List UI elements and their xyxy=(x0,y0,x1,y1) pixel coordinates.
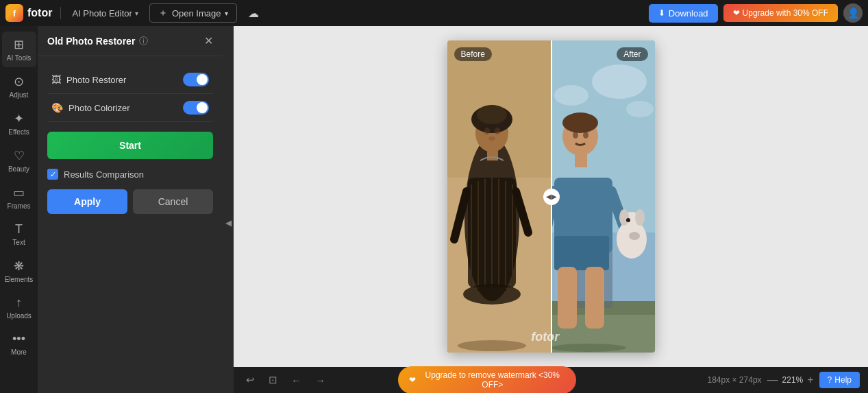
panel: Old Photo Restorer ⓘ ✕ 🖼 Photo Restorer … xyxy=(38,26,223,393)
svg-point-21 xyxy=(458,340,526,351)
plus-icon: ＋ xyxy=(158,7,168,19)
sidebar-item-effects[interactable]: ✦ Effects xyxy=(2,106,36,141)
results-comparison-checkbox[interactable]: ✓ xyxy=(47,169,58,180)
sidebar-item-frames[interactable]: ▭ Frames xyxy=(2,180,36,215)
svg-point-25 xyxy=(554,85,588,106)
logo-icon: f xyxy=(5,4,23,22)
bottom-right: 184px × 274px — 221% + ? Help xyxy=(707,372,860,388)
sidebar-label-ai-tools: AI Tools xyxy=(7,54,31,62)
heart-filled-icon: ❤ xyxy=(409,375,416,385)
undo-button[interactable]: ↩ xyxy=(242,371,259,389)
next-button[interactable]: → xyxy=(311,372,330,389)
text-icon: T xyxy=(15,222,23,237)
heart-icon: ❤ xyxy=(733,8,740,18)
cloud-button[interactable]: ☁ xyxy=(243,4,264,23)
open-image-button[interactable]: ＋ Open Image ▾ xyxy=(149,3,238,23)
help-icon: ? xyxy=(828,375,832,385)
svg-rect-33 xyxy=(585,267,604,329)
collapse-handle[interactable]: ◀ xyxy=(223,26,234,393)
start-button[interactable]: Start xyxy=(47,132,213,159)
photo-colorizer-toggle[interactable] xyxy=(183,101,209,115)
elements-icon: ❋ xyxy=(14,259,24,274)
download-button[interactable]: ⬇ Download xyxy=(649,4,718,23)
cancel-label: Cancel xyxy=(158,196,188,207)
svg-point-24 xyxy=(592,64,647,99)
sidebar-item-elements[interactable]: ❋ Elements xyxy=(2,253,36,289)
svg-point-46 xyxy=(629,232,640,240)
collapse-arrow-icon: ◀ xyxy=(225,218,232,228)
main-canvas: Before After ◀▶ fotor xyxy=(234,26,868,367)
sidebar-item-beauty[interactable]: ♡ Beauty xyxy=(2,143,36,178)
photo-restorer-label: Photo Restorer xyxy=(66,75,126,85)
copy-button[interactable]: ⊡ xyxy=(264,371,282,389)
upgrade-watermark-label: Upgrade to remove watermark <30% OFF> xyxy=(420,370,565,390)
photo-colorizer-label: Photo Colorizer xyxy=(69,103,130,113)
image-dimensions: 184px × 274px xyxy=(707,375,761,385)
avatar[interactable]: 👤 xyxy=(843,3,863,23)
sidebar-item-more[interactable]: ••• More xyxy=(2,326,36,361)
prev-button[interactable]: ← xyxy=(287,372,306,389)
svg-point-18 xyxy=(495,128,500,134)
sidebar-label-elements: Elements xyxy=(5,276,34,283)
watermark: fotor xyxy=(531,330,559,344)
zoom-in-button[interactable]: + xyxy=(807,374,813,386)
sidebar-label-uploads: Uploads xyxy=(6,312,32,320)
close-button[interactable]: ✕ xyxy=(204,34,213,47)
feature-row-photo-colorizer: 🎨 Photo Colorizer xyxy=(47,94,213,122)
cancel-button[interactable]: Cancel xyxy=(133,189,213,214)
zoom-controls: — 221% + xyxy=(767,374,814,386)
help-button[interactable]: ? Help xyxy=(819,372,860,388)
sidebar-item-adjust[interactable]: ⊙ Adjust xyxy=(2,69,36,104)
download-icon: ⬇ xyxy=(658,8,665,18)
apply-button[interactable]: Apply xyxy=(47,189,127,214)
split-arrows-icon: ◀▶ xyxy=(546,193,557,200)
svg-point-19 xyxy=(488,136,495,141)
sidebar-label-adjust: Adjust xyxy=(10,91,29,99)
topbar-divider xyxy=(60,7,61,19)
svg-point-16 xyxy=(477,105,507,124)
divider-handle[interactable]: ◀▶ xyxy=(543,189,560,205)
sidebar-label-more: More xyxy=(11,348,27,356)
panel-title: Old Photo Restorer xyxy=(47,36,135,47)
after-half xyxy=(551,40,655,353)
feature-left: 🖼 Photo Restorer xyxy=(51,74,126,85)
sidebar-item-uploads[interactable]: ↑ Uploads xyxy=(2,290,36,325)
logo-text: fotor xyxy=(27,7,52,19)
svg-rect-32 xyxy=(558,267,577,329)
ai-editor-button[interactable]: AI Photo Editor ▾ xyxy=(66,5,143,21)
help-label: Help xyxy=(834,375,852,385)
comparison-divider[interactable]: ◀▶ xyxy=(551,40,552,353)
before-label-text: Before xyxy=(461,49,485,59)
photo-restorer-icon: 🖼 xyxy=(51,74,61,85)
photo-restorer-toggle[interactable] xyxy=(183,73,209,86)
results-comparison-label: Results Comparison xyxy=(64,169,144,180)
svg-point-36 xyxy=(562,112,598,133)
download-label: Download xyxy=(669,8,708,19)
sidebar-item-text[interactable]: T Text xyxy=(2,217,36,252)
more-icon: ••• xyxy=(12,332,25,346)
feature-left-colorizer: 🎨 Photo Colorizer xyxy=(51,102,130,113)
left-nav: ⊞ AI Tools ⊙ Adjust ✦ Effects ♡ Beauty ▭… xyxy=(0,26,38,393)
svg-point-47 xyxy=(551,344,626,352)
svg-point-17 xyxy=(484,128,490,134)
upgrade-watermark-button[interactable]: ❤ Upgrade to remove watermark <30% OFF> xyxy=(398,366,576,393)
sidebar-label-beauty: Beauty xyxy=(8,165,29,173)
adjust-icon: ⊙ xyxy=(14,74,24,89)
after-label: After xyxy=(617,47,647,61)
dropdown-arrow-icon: ▾ xyxy=(225,10,228,17)
panel-header: Old Photo Restorer ⓘ ✕ xyxy=(38,26,223,56)
before-half xyxy=(447,40,551,353)
uploads-icon: ↑ xyxy=(16,296,22,310)
info-icon[interactable]: ⓘ xyxy=(139,35,148,47)
zoom-out-button[interactable]: — xyxy=(767,374,778,386)
sidebar-label-frames: Frames xyxy=(8,202,31,210)
apply-label: Apply xyxy=(74,196,101,207)
upgrade-button[interactable]: ❤ Upgrade with 30% OFF xyxy=(723,4,838,22)
sidebar-item-ai-tools[interactable]: ⊞ AI Tools xyxy=(2,32,36,67)
panel-title-wrap: Old Photo Restorer ⓘ xyxy=(47,35,148,47)
svg-point-44 xyxy=(635,209,645,226)
ai-editor-label: AI Photo Editor xyxy=(72,8,132,19)
after-label-text: After xyxy=(623,49,641,59)
panel-content: 🖼 Photo Restorer 🎨 Photo Colorizer Start… xyxy=(38,56,223,224)
topbar-right: ⬇ Download ❤ Upgrade with 30% OFF 👤 xyxy=(649,3,863,23)
